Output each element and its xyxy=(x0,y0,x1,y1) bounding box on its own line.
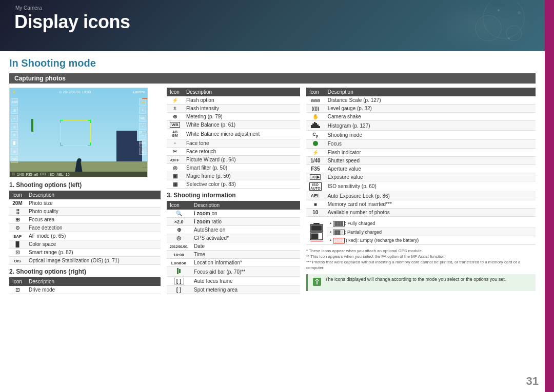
camera-preview: ⚡ ⊙ 2012/01/01 10:00 London 20M ☰ + ⊙ S … xyxy=(9,88,148,177)
desc-magic-frame: Magic frame (p. 50) xyxy=(183,172,300,180)
table-row: 20MPhoto size xyxy=(9,199,161,208)
table-row: ⁄OFFPicture Wizard (p. 64) xyxy=(167,156,300,164)
table-row: ▣Magic frame (p. 50) xyxy=(167,172,300,180)
icon-aperture: F35 xyxy=(310,166,321,172)
desc-location: Location information* xyxy=(191,259,300,267)
shooting-info-title: 3. Shooting information xyxy=(167,192,300,199)
icon-focus-dot xyxy=(313,141,318,146)
table-row: WBWhite Balance (p. 61) xyxy=(167,121,300,129)
table-row: OISOptical Image Stabilization (OIS) (p.… xyxy=(9,257,161,265)
middle-column: Icon Description ⚡Flash option ±Flash in… xyxy=(167,88,300,382)
table-row: ⣿Photo quality xyxy=(9,208,161,216)
icon-flash-indicator: ⚡ xyxy=(310,150,321,155)
section-title: In Shooting mode xyxy=(9,57,536,69)
sol-desc-header: Description xyxy=(26,191,161,199)
svg-point-0 xyxy=(483,3,524,38)
footnotes: * These icons appear when you attach an … xyxy=(306,248,536,271)
shooting-options-right-title: 2. Shooting options (right) xyxy=(9,268,161,275)
table-row: ▦Selective color (p. 83) xyxy=(167,180,300,189)
icon-gps: ◎ xyxy=(174,235,184,241)
desc-izoom-on: i zoom on xyxy=(191,210,300,218)
main-content: In Shooting mode Capturing photos xyxy=(0,51,545,392)
table-row: ±0 ▶Exposure value xyxy=(306,173,536,181)
desc-flash-indicator: Flash indicator xyxy=(325,148,536,156)
svg-rect-19 xyxy=(316,281,318,284)
table-row: • ░░░ (Red): Empty (recharge the battery… xyxy=(306,236,536,244)
icon-flash-option: ⚡ xyxy=(170,97,180,103)
table-row: ▫Face tone xyxy=(167,139,300,148)
columns-container: ⚡ ⊙ 2012/01/01 10:00 London 20M ☰ + ⊙ S … xyxy=(9,88,536,382)
table-row: ⚡Flash indicator xyxy=(306,148,536,156)
svg-rect-11 xyxy=(319,126,320,128)
mi-desc-header: Description xyxy=(183,88,300,96)
icon-iso: ISOAUTO xyxy=(309,182,322,191)
table-row: ⊕AutoShare on xyxy=(167,226,300,234)
desc-focus-aid-bar: Focus aid bar (p. 70)** xyxy=(191,267,300,277)
table-row: LondonLocation information* xyxy=(167,259,300,267)
capturing-photos-badge: Capturing photos xyxy=(9,73,536,84)
icon-selective-color: ▦ xyxy=(170,181,180,187)
icon-color-space: ▐▌ xyxy=(12,241,23,247)
icon-photo-quality: ⣿ xyxy=(12,209,23,214)
icon-photo-size: 20M xyxy=(12,200,23,206)
shooting-options-right-table: Icon Description ⊡Drive mode xyxy=(9,277,161,294)
svg-rect-14 xyxy=(311,225,322,231)
green-bar-indicator xyxy=(31,119,33,132)
desc-focus-area: Focus area xyxy=(26,216,161,224)
desc-battery-partial: • ▓▓░: Partially charged xyxy=(327,228,536,236)
table-row: ⚡Flash option xyxy=(167,96,300,105)
icon-location: London xyxy=(171,261,186,265)
cam-left-icons: 20M ☰ + ⊙ S ▐▌ ⊞ OIS xyxy=(11,98,18,163)
icon-smart-range: ⊡ xyxy=(12,250,23,255)
icon-time: 10:00 xyxy=(173,253,184,257)
desc-time: Time xyxy=(191,251,300,259)
cam-top-bar: ⚡ ⊙ 2012/01/01 10:00 London xyxy=(10,90,147,94)
icon-face-retouch: ✂ xyxy=(170,149,180,154)
icon-auto-focus-frame: [ ] xyxy=(174,278,184,284)
svg-rect-8 xyxy=(314,122,315,128)
table-row: ±Flash intensity xyxy=(167,105,300,113)
shooting-info-table: Icon Description 🔍i zoom on ×2.0i zoom r… xyxy=(167,201,300,294)
table-row: ⊙Face detection xyxy=(9,224,161,232)
desc-face-tone: Face tone xyxy=(183,139,300,148)
table-row: 2012/01/01Date xyxy=(167,242,300,251)
table-row: 1/40Shutter speed xyxy=(306,156,536,164)
icon-no-card: ■ xyxy=(310,201,321,207)
right-column: Icon Description ⊟⊟⊟Distance Scale (p. 1… xyxy=(306,88,536,382)
shooting-options-left-title: 1. Shooting options (left) xyxy=(9,181,161,189)
footnote-star3: *** Photos that were captured without in… xyxy=(306,259,536,271)
main-icons-table: Icon Description ⚡Flash option ±Flash in… xyxy=(167,88,300,189)
svg-point-2 xyxy=(506,26,522,41)
desc-drive-mode: Drive mode xyxy=(26,286,161,294)
svg-point-1 xyxy=(476,15,501,41)
camera-preview-wrapper: ⚡ ⊙ 2012/01/01 10:00 London 20M ☰ + ⊙ S … xyxy=(9,88,161,177)
desc-color-space: Color space xyxy=(26,240,161,249)
si-desc-header: Description xyxy=(191,201,300,210)
desc-aperture: Aperture value xyxy=(325,164,536,173)
icon-ois: OIS xyxy=(12,259,23,263)
table-row: ⊛Metering (p. 79) xyxy=(167,113,300,121)
icon-level-gauge: ((|)) xyxy=(310,106,321,111)
desc-wb-micro: White Balance micro adjustment xyxy=(183,129,300,139)
icon-face-tone: ▫ xyxy=(170,140,180,146)
table-row: • ▓▓▓: Fully charged xyxy=(306,220,536,228)
icon-autoshare: ⊕ xyxy=(174,227,184,233)
table-row: Focus xyxy=(306,139,536,148)
desc-available-photos: Available number of photos xyxy=(325,208,536,216)
icon-shutter-speed: 1/40 xyxy=(310,158,321,163)
desc-photo-quality: Photo quality xyxy=(26,208,161,216)
table-row: 🔍i zoom on xyxy=(167,210,300,218)
icon-focus-aid-bar xyxy=(177,268,181,274)
table-row: • ▓▓░: Partially charged xyxy=(306,228,536,236)
desc-exposure: Exposure value xyxy=(325,173,536,181)
table-row: ⊟⊟⊟Distance Scale (p. 127) xyxy=(306,96,536,105)
icon-smart-filter: ◎ xyxy=(170,165,180,171)
desc-iso: ISO sensitivity (p. 60) xyxy=(325,181,536,192)
desc-photo-size: Photo size xyxy=(26,199,161,208)
icon-drive-mode: ⊡ xyxy=(12,287,23,293)
info-box: The icons displayed will change accordin… xyxy=(306,274,536,291)
shooting-options-left-table: Icon Description 20MPhoto size ⣿Photo qu… xyxy=(9,191,161,265)
sor-icon-header: Icon xyxy=(9,277,26,286)
ri-icon-header: Icon xyxy=(306,88,325,96)
table-row: ◎GPS activated* xyxy=(167,234,300,242)
